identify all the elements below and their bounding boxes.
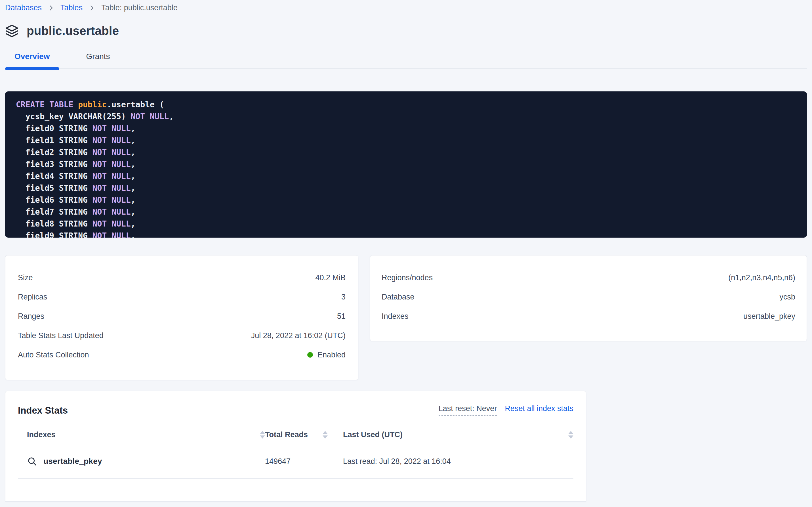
table-row[interactable]: usertable_pkey 149647 Last read: Jul 28,… [18, 444, 573, 479]
last-reset-label: Last reset: Never [439, 404, 497, 416]
page-header: public.usertable [5, 24, 807, 38]
stat-label: Replicas [18, 293, 47, 301]
table-header-row: Indexes Total Reads Last Used (UTC) [18, 426, 573, 444]
breadcrumb-current: Table: public.usertable [101, 3, 178, 12]
stat-value: 51 [337, 312, 346, 321]
column-label: Total Reads [265, 430, 308, 439]
stat-label: Size [18, 273, 33, 282]
index-stats-table: Indexes Total Reads Last Used (UTC) [18, 426, 573, 479]
stat-value: 3 [341, 293, 346, 301]
create-table-sql: CREATE TABLE public.usertable ( ycsb_key… [5, 92, 807, 238]
stat-value: Jul 28, 2022 at 16:02 (UTC) [251, 331, 346, 340]
sort-icon[interactable] [323, 431, 328, 439]
stat-label: Ranges [18, 312, 44, 321]
stat-row-regions: Regions/nodes (n1,n2,n3,n4,n5,n6) [382, 268, 795, 287]
last-used-value: Last read: Jul 28, 2022 at 16:04 [343, 457, 451, 466]
stat-value: ycsb [779, 293, 795, 301]
index-stats-header: Index Stats Last reset: Never Reset all … [18, 391, 573, 416]
stat-label: Auto Stats Collection [18, 351, 89, 359]
stat-label: Regions/nodes [382, 273, 433, 282]
stat-row-size: Size 40.2 MiB [18, 268, 346, 287]
index-name-cell: usertable_pkey [18, 456, 265, 466]
tab-bar: Overview Grants [5, 48, 807, 69]
total-reads-cell: 149647 [265, 457, 343, 466]
column-label: Last Used (UTC) [343, 430, 402, 439]
sort-icon[interactable] [568, 431, 573, 439]
page-title: public.usertable [27, 24, 119, 38]
stat-value: (n1,n2,n3,n4,n5,n6) [728, 273, 795, 282]
tab-grants[interactable]: Grants [77, 48, 119, 68]
stat-label: Database [382, 293, 415, 301]
stat-row-ranges: Ranges 51 [18, 306, 346, 326]
total-reads-value: 149647 [265, 457, 291, 466]
stat-value: usertable_pkey [743, 312, 795, 321]
index-stats-actions: Last reset: Never Reset all index stats [439, 404, 573, 416]
stat-value: 40.2 MiB [315, 273, 346, 282]
status-dot [307, 352, 313, 358]
column-header-last-used[interactable]: Last Used (UTC) [343, 430, 573, 439]
chevron-right-icon [88, 4, 96, 12]
stat-row-stats-updated: Table Stats Last Updated Jul 28, 2022 at… [18, 326, 346, 345]
search-icon [27, 456, 37, 466]
sort-icon[interactable] [260, 431, 265, 439]
stat-row-indexes: Indexes usertable_pkey [382, 306, 795, 326]
chevron-right-icon [47, 4, 55, 12]
breadcrumb-link-tables[interactable]: Tables [60, 3, 82, 12]
column-header-indexes[interactable]: Indexes [18, 430, 265, 439]
stat-row-auto-stats: Auto Stats Collection Enabled [18, 345, 346, 364]
size-stats-card: Size 40.2 MiB Replicas 3 Ranges 51 Table… [5, 255, 358, 380]
reset-index-stats-link[interactable]: Reset all index stats [505, 404, 573, 413]
tab-overview[interactable]: Overview [5, 48, 59, 68]
status-text: Enabled [317, 351, 346, 359]
index-stats-title: Index Stats [18, 405, 68, 416]
stat-label: Indexes [382, 312, 409, 321]
column-header-total-reads[interactable]: Total Reads [265, 430, 343, 439]
index-name: usertable_pkey [44, 457, 102, 466]
layers-icon [5, 24, 19, 38]
column-label: Indexes [27, 430, 56, 439]
status-badge: Enabled [307, 351, 346, 359]
stat-row-database: Database ycsb [382, 287, 795, 306]
index-stats-card: Index Stats Last reset: Never Reset all … [5, 391, 586, 502]
breadcrumb-link-databases[interactable]: Databases [5, 3, 42, 12]
meta-stats-card: Regions/nodes (n1,n2,n3,n4,n5,n6) Databa… [370, 255, 807, 341]
stat-label: Table Stats Last Updated [18, 331, 104, 340]
breadcrumb: Databases Tables Table: public.usertable [5, 0, 807, 12]
table-details-cards: Size 40.2 MiB Replicas 3 Ranges 51 Table… [5, 255, 807, 380]
stat-row-replicas: Replicas 3 [18, 287, 346, 306]
last-used-cell: Last read: Jul 28, 2022 at 16:04 [343, 457, 573, 466]
